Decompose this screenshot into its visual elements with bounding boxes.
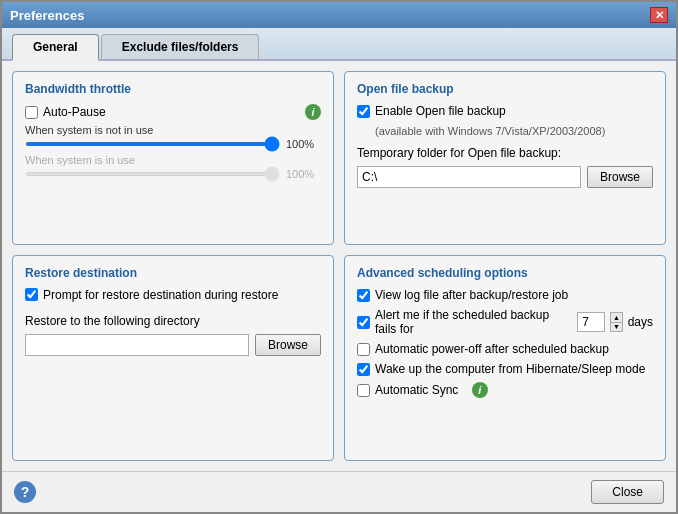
prompt-restore-checkbox[interactable] [25,288,38,301]
temp-folder-browse-button[interactable]: Browse [587,166,653,188]
alert-row: Alert me if the scheduled backup fails f… [357,308,653,336]
auto-poweroff-row: Automatic power-off after scheduled back… [357,342,653,356]
active-slider-value: 100% [286,138,321,150]
auto-pause-row: Auto-Pause i [25,104,321,120]
auto-pause-info-icon[interactable]: i [305,104,321,120]
active-slider-row: 100% [25,138,321,150]
temp-folder-input[interactable] [357,166,581,188]
wake-checkbox[interactable] [357,363,370,376]
advanced-title: Advanced scheduling options [357,266,653,280]
auto-sync-checkbox[interactable] [357,384,370,397]
alert-label: Alert me if the scheduled backup fails f… [375,308,564,336]
auto-sync-info-icon[interactable]: i [472,382,488,398]
preferences-window: Preferences ✕ General Exclude files/fold… [0,0,678,514]
auto-pause-checkbox[interactable] [25,106,38,119]
inactive-slider-value: 100% [286,168,321,180]
restore-dir-label: Restore to the following directory [25,314,321,328]
when-inactive-label: When system is in use [25,154,321,166]
days-up-arrow[interactable]: ▲ [611,313,621,323]
restore-destination-section: Restore destination Prompt for restore d… [12,255,334,461]
window-close-button[interactable]: ✕ [650,7,668,23]
prompt-restore-row: Prompt for restore destination during re… [25,288,321,302]
tab-general[interactable]: General [12,34,99,61]
bandwidth-title: Bandwidth throttle [25,82,321,96]
enable-open-backup-checkbox[interactable] [357,105,370,118]
temp-folder-row: Browse [357,166,653,188]
auto-pause-left: Auto-Pause [25,105,106,119]
view-log-label: View log file after backup/restore job [375,288,568,302]
alert-days-input[interactable] [577,312,605,332]
inactive-slider [25,172,280,176]
active-slider-section: When system is not in use 100% [25,124,321,150]
open-file-title: Open file backup [357,82,653,96]
auto-poweroff-checkbox[interactable] [357,343,370,356]
auto-pause-label: Auto-Pause [43,105,106,119]
tab-exclude[interactable]: Exclude files/folders [101,34,260,59]
wake-label: Wake up the computer from Hibernate/Slee… [375,362,645,376]
view-log-row: View log file after backup/restore job [357,288,653,302]
title-bar: Preferences ✕ [2,2,676,28]
tabs-bar: General Exclude files/folders [2,28,676,61]
advanced-scheduling-section: Advanced scheduling options View log fil… [344,255,666,461]
footer: ? Close [2,471,676,512]
restore-title: Restore destination [25,266,321,280]
alert-checkbox[interactable] [357,316,370,329]
auto-sync-row: Automatic Sync i [357,382,653,398]
open-file-note: (available with Windows 7/Vista/XP/2003/… [375,124,653,138]
enable-open-backup-row: Enable Open file backup [357,104,653,118]
inactive-slider-row: 100% [25,168,321,180]
window-title: Preferences [10,8,84,23]
prompt-restore-label: Prompt for restore destination during re… [43,288,278,302]
main-content: Bandwidth throttle Auto-Pause i When sys… [2,61,676,471]
temp-folder-label: Temporary folder for Open file backup: [357,146,653,160]
help-icon[interactable]: ? [14,481,36,503]
when-active-label: When system is not in use [25,124,321,136]
alert-days-suffix: days [628,315,653,329]
auto-poweroff-label: Automatic power-off after scheduled back… [375,342,609,356]
days-spinner: ▲ ▼ [610,312,622,332]
bandwidth-throttle-section: Bandwidth throttle Auto-Pause i When sys… [12,71,334,245]
inactive-slider-section: When system is in use 100% [25,154,321,180]
days-down-arrow[interactable]: ▼ [611,323,621,332]
open-file-backup-section: Open file backup Enable Open file backup… [344,71,666,245]
close-button[interactable]: Close [591,480,664,504]
auto-sync-label: Automatic Sync [375,383,458,397]
enable-open-backup-label: Enable Open file backup [375,104,506,118]
restore-dir-input[interactable] [25,334,249,356]
active-slider[interactable] [25,142,280,146]
restore-dir-row: Browse [25,334,321,356]
view-log-checkbox[interactable] [357,289,370,302]
restore-dir-browse-button[interactable]: Browse [255,334,321,356]
wake-row: Wake up the computer from Hibernate/Slee… [357,362,653,376]
